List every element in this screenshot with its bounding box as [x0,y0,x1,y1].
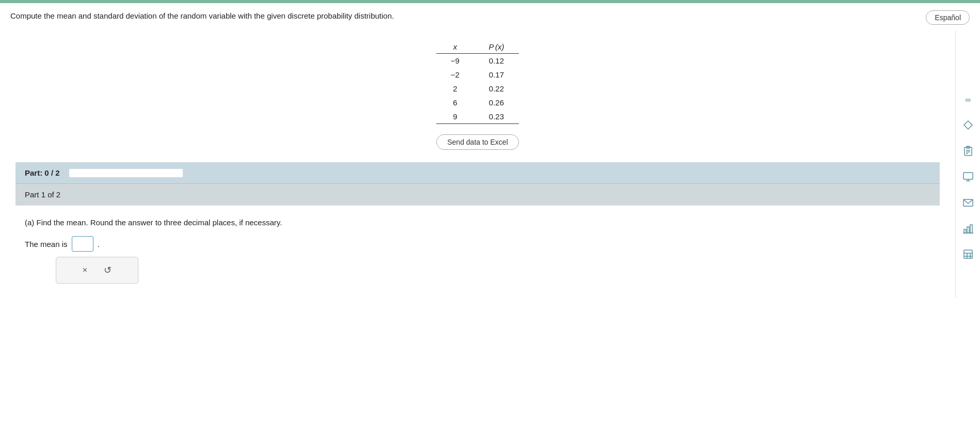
col-px-header: P (x) [474,40,519,54]
keyboard-area: × ↺ [56,257,930,284]
progress-label: Part: 0 / 2 [25,168,60,177]
svg-rect-11 [967,227,969,233]
table-cell-x: 2 [436,82,474,96]
prob-table-container: x P (x) −90.12−20.1720.2260.2690.23 [15,40,940,124]
infinity-icon[interactable]: ∞ [961,92,975,106]
table-row: −20.17 [436,68,519,82]
diamond-icon[interactable] [961,118,975,132]
monitor-icon[interactable] [961,169,975,184]
mean-label: The mean is [25,240,68,249]
svg-rect-6 [963,173,973,179]
table-cell-x: −2 [436,68,474,82]
left-panel: x P (x) −90.12−20.1720.2260.2690.23 Send… [0,30,955,298]
table-cell-px: 0.12 [474,54,519,68]
table-row: 60.26 [436,96,519,110]
table-cell-x: 9 [436,110,474,124]
table-row: 20.22 [436,82,519,96]
table-cell-px: 0.26 [474,96,519,110]
clipboard-icon[interactable] [961,144,975,158]
table-row: 90.23 [436,110,519,124]
dot-label: . [98,240,100,249]
svg-rect-12 [970,225,972,233]
progress-section: Part: 0 / 2 [15,162,940,183]
right-sidebar: ∞ [955,30,980,298]
table-cell-px: 0.22 [474,82,519,96]
table-cell-px: 0.17 [474,68,519,82]
table-cell-x: −9 [436,54,474,68]
excel-btn-container: Send data to Excel [15,134,940,150]
mean-row: The mean is . [25,236,930,252]
svg-marker-0 [964,121,972,129]
mean-input[interactable] [72,236,93,252]
keyboard-box: × ↺ [56,257,138,284]
grid-calc-icon[interactable] [961,247,975,261]
main-content: x P (x) −90.12−20.1720.2260.2690.23 Send… [0,30,980,298]
send-excel-button[interactable]: Send data to Excel [436,134,519,150]
svg-rect-14 [964,250,972,258]
keyboard-close-button[interactable]: × [80,266,90,275]
progress-bar-outer [69,169,183,177]
table-cell-px: 0.23 [474,110,519,124]
keyboard-reset-button[interactable]: ↺ [101,265,115,276]
prob-table: x P (x) −90.12−20.1720.2260.2690.23 [436,40,519,124]
header-question: Compute the mean and standard deviation … [10,10,394,22]
table-row: −90.12 [436,54,519,68]
table-cell-x: 6 [436,96,474,110]
espanol-button[interactable]: Español [926,10,970,25]
answer-section: (a) Find the mean. Round the answer to t… [15,205,940,293]
part-section: Part 1 of 2 [15,183,940,205]
mail-icon[interactable] [961,195,975,210]
part-label: Part 1 of 2 [25,190,60,199]
col-x-header: x [436,40,474,54]
header: Compute the mean and standard deviation … [0,3,980,30]
svg-rect-10 [964,229,966,233]
answer-question: (a) Find the mean. Round the answer to t… [25,218,930,227]
chart-icon[interactable] [961,221,975,236]
